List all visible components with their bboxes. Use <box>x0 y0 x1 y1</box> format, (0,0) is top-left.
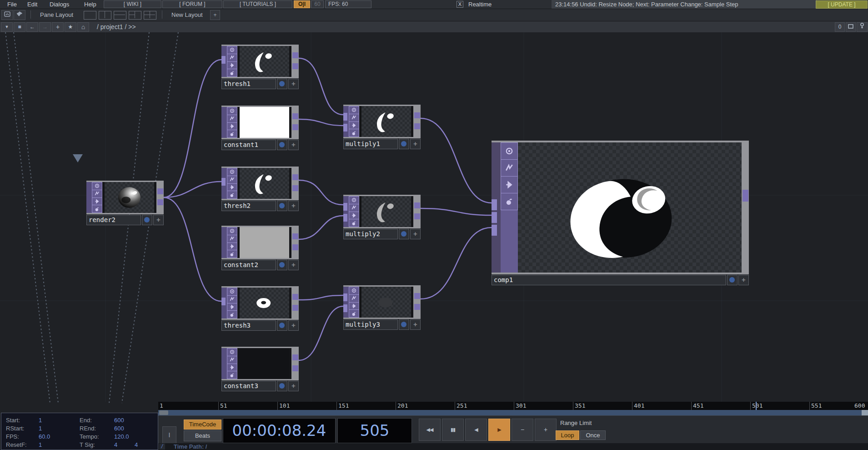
play-button[interactable]: ▶ <box>488 419 510 441</box>
export-flag-icon[interactable] <box>227 243 237 250</box>
display-toggle[interactable] <box>277 140 287 150</box>
output-connector-strip[interactable] <box>413 287 421 318</box>
display-toggle[interactable] <box>277 201 287 211</box>
lock-flag-icon[interactable] <box>349 219 359 227</box>
viewer-flag-icon[interactable] <box>349 287 359 294</box>
display-toggle[interactable] <box>277 79 287 89</box>
step-forward-button[interactable]: + <box>535 419 557 441</box>
node-constant1[interactable]: constant1 + <box>221 106 299 150</box>
node-name[interactable]: constant3 <box>221 381 276 391</box>
display-toggle[interactable] <box>399 229 409 239</box>
loop-button[interactable]: Loop <box>556 430 579 440</box>
export-flag-icon[interactable] <box>349 302 359 310</box>
node-thresh2[interactable]: thresh2 + <box>221 167 299 211</box>
start-value[interactable]: 1 <box>39 416 42 425</box>
export-flag-icon[interactable] <box>227 122 237 130</box>
display-toggle[interactable] <box>727 275 738 285</box>
expand-button[interactable]: + <box>738 275 749 285</box>
node-render2[interactable]: render2 + <box>86 181 164 225</box>
tsig-value-1[interactable]: 4 <box>114 440 117 450</box>
tutorials-button[interactable]: [ TUTORIALS ] <box>223 0 292 8</box>
export-flag-icon[interactable] <box>349 121 359 129</box>
lock-flag-icon[interactable] <box>92 205 102 213</box>
export-flag-icon[interactable] <box>501 176 518 193</box>
input-connector-strip[interactable] <box>343 287 349 318</box>
export-flag-icon[interactable] <box>227 303 237 311</box>
play-reverse-button[interactable]: ◀ <box>465 419 487 441</box>
bypass-flag-icon[interactable] <box>349 114 359 121</box>
time-path-root-button[interactable]: / <box>159 444 165 450</box>
fps-value[interactable]: 60.0 <box>39 432 50 441</box>
pin-button[interactable] <box>857 22 868 32</box>
export-flag-icon[interactable] <box>227 183 237 191</box>
lock-flag-icon[interactable] <box>227 191 237 199</box>
beats-mode-button[interactable]: Beats <box>184 430 221 441</box>
back-button[interactable]: ← <box>26 22 38 32</box>
expand-button[interactable]: + <box>288 201 299 211</box>
step-back-button[interactable]: − <box>512 419 533 441</box>
viewer-flag-icon[interactable] <box>501 142 518 159</box>
node-multiply3[interactable]: multiply3 + <box>343 285 421 330</box>
output-connector-strip[interactable] <box>413 106 421 137</box>
add-layout-button[interactable]: + <box>210 10 220 20</box>
node-thresh3[interactable]: thresh3 + <box>221 286 299 331</box>
lock-flag-icon[interactable] <box>349 129 359 137</box>
open-viewers-toggle[interactable]: O|I <box>294 0 310 8</box>
node-name[interactable]: constant1 <box>221 140 276 150</box>
pane-type-dropdown[interactable]: ▼ <box>1 22 13 32</box>
viewer-flag-icon[interactable] <box>227 288 237 295</box>
bypass-flag-icon[interactable] <box>227 176 237 183</box>
layout-preset-single[interactable] <box>84 11 96 20</box>
input-connector-strip[interactable] <box>221 348 227 379</box>
stop-button[interactable]: ■ <box>14 22 25 32</box>
input-connector-strip[interactable] <box>221 107 227 138</box>
menu-edit[interactable]: Edit <box>25 0 39 8</box>
bypass-flag-icon[interactable] <box>349 204 359 212</box>
rewind-button[interactable]: ◀◀ <box>419 419 441 441</box>
expand-button[interactable]: + <box>288 79 299 89</box>
bypass-flag-icon[interactable] <box>92 190 102 197</box>
node-name[interactable]: thresh1 <box>221 79 276 89</box>
once-button[interactable]: Once <box>580 430 606 440</box>
bypass-flag-icon[interactable] <box>227 115 237 122</box>
forward-button[interactable]: → <box>39 22 51 32</box>
export-flag-icon[interactable] <box>92 197 102 205</box>
input-connector-strip[interactable] <box>343 106 349 137</box>
viewer-flag-icon[interactable] <box>227 227 237 235</box>
menu-help[interactable]: Help <box>82 0 98 8</box>
output-connector-strip[interactable] <box>291 288 299 319</box>
pane-maximize-button[interactable] <box>1 10 13 20</box>
output-connector-strip[interactable] <box>291 168 299 199</box>
node-constant3[interactable]: constant3 + <box>221 347 299 391</box>
timecode-mode-button[interactable]: TimeCode <box>184 420 221 430</box>
output-connector-strip[interactable] <box>291 348 299 379</box>
bypass-flag-icon[interactable] <box>227 356 237 364</box>
node-name[interactable]: multiply3 <box>343 319 398 330</box>
node-multiply2[interactable]: multiply2 + <box>343 195 421 239</box>
node-name[interactable]: render2 <box>86 215 141 225</box>
input-connector-strip[interactable] <box>343 196 349 227</box>
node-constant2[interactable]: constant2 + <box>221 226 299 270</box>
menu-file[interactable]: File <box>5 0 19 8</box>
timeline-ruler[interactable]: 1 51 101 151 201 251 301 351 401 451 501… <box>158 402 868 410</box>
display-toggle[interactable] <box>277 320 287 331</box>
expand-button[interactable]: + <box>288 381 299 391</box>
bypass-flag-icon[interactable] <box>227 295 237 303</box>
viewer-flag-icon[interactable] <box>227 168 237 176</box>
tsig-value-2[interactable]: 4 <box>135 440 138 450</box>
home-button[interactable]: ⌂ <box>77 22 89 32</box>
timeline-range-bar[interactable] <box>158 410 868 415</box>
add-bookmark-button[interactable]: + <box>52 22 64 32</box>
lock-flag-icon[interactable] <box>227 310 237 319</box>
layout-preset-hsplit[interactable] <box>114 11 126 20</box>
viewer-flag-icon[interactable] <box>349 106 359 114</box>
layout-preset-vsplit[interactable] <box>99 11 111 20</box>
pause-button[interactable]: ▮▮ <box>442 419 464 441</box>
expand-button[interactable]: + <box>288 320 299 331</box>
expand-button[interactable]: + <box>410 319 421 330</box>
menu-dialogs[interactable]: Dialogs <box>48 0 71 8</box>
input-connector-strip[interactable] <box>221 288 227 319</box>
node-thresh1[interactable]: thresh1 + <box>221 45 299 89</box>
expand-button[interactable]: + <box>410 139 421 149</box>
output-connector-strip[interactable] <box>291 46 299 77</box>
